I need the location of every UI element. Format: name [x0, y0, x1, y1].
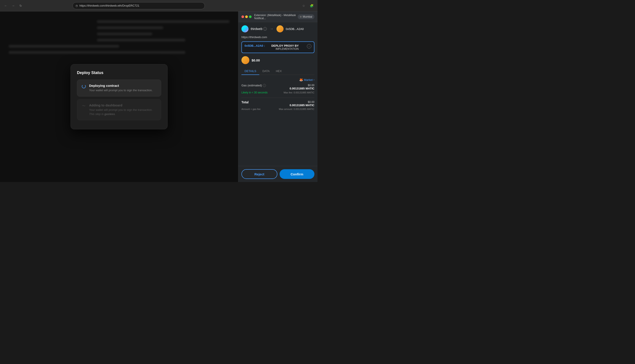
site-url: https://thirdweb.com — [241, 36, 314, 39]
tab-data[interactable]: DATA — [259, 68, 273, 75]
wallet-address: 0x5DB...A2A0 — [286, 27, 304, 31]
step-2-title: Adding to dashboard — [89, 103, 153, 107]
total-row: Total $0.00 0.00131885 MATIC — [241, 100, 314, 107]
browser-actions: ☆ 🧩 — [301, 3, 315, 9]
reject-button[interactable]: Reject — [241, 169, 277, 179]
main-area: Deploy Status Deploying contract Your wa… — [0, 12, 318, 182]
contract-right: DEPLOY PROXY BY IMPLEMENTATION — [271, 44, 299, 50]
likely-text: Likely in < 30 seconds — [241, 91, 267, 94]
modal-overlay: Deploy Status Deploying contract Your wa… — [0, 12, 238, 182]
site-name-row: thirdweb i — [251, 27, 267, 31]
gas-section: Gas (estimated) i $0.00 0.00131885 MATIC… — [241, 84, 314, 94]
divider — [241, 98, 314, 98]
step-2-content: Adding to dashboard Your wallet will pro… — [89, 103, 153, 116]
amount-gas-label: Amount + gas fee — [241, 108, 261, 110]
wallet-icon — [277, 25, 284, 32]
market-label: Market — [304, 78, 313, 82]
traffic-lights — [241, 16, 252, 18]
svg-point-0 — [76, 5, 78, 7]
network-name: Mumbai — [303, 15, 312, 18]
account-row: thirdweb i → 0x5DB...A2A0 — [241, 25, 314, 32]
browser-chrome: ← → ↻ https://thirdweb.com/thirdweb.eth/… — [0, 0, 318, 12]
tab-details[interactable]: DETAILS — [241, 68, 259, 75]
step-1-icon — [82, 84, 86, 88]
contract-box: 0x5DB...A2A0 : DEPLOY PROXY BY IMPLEMENT… — [241, 42, 314, 53]
amount-gas-row: Amount + gas fee Max amount: 0.00131885 … — [241, 108, 314, 110]
amount-display: $0.00 — [241, 56, 314, 64]
network-status-dot — [300, 16, 302, 18]
gas-values: $0.00 0.00131885 MATIC — [290, 84, 315, 90]
max-amount-text: Max amount: 0.00131885 MATIC — [279, 108, 314, 110]
address-bar[interactable]: https://thirdweb.com/thirdweb.eth/DropER… — [73, 2, 205, 9]
market-icon: 🦊 — [299, 78, 303, 82]
gas-row: Gas (estimated) i $0.00 0.00131885 MATIC — [241, 84, 314, 90]
confirm-button[interactable]: Confirm — [280, 169, 315, 179]
metamask-panel: Extension: (MetaMask) - MetaMask Notific… — [238, 12, 318, 182]
close-traffic-light[interactable] — [241, 16, 244, 18]
metamask-buttons: Reject Confirm — [238, 166, 318, 182]
network-badge[interactable]: Mumbai — [298, 14, 314, 19]
site-info-icon[interactable]: i — [263, 27, 267, 31]
wave-icon: 〜 — [82, 104, 86, 108]
deploy-step-1: Deploying contract Your wallet will prom… — [77, 80, 161, 96]
contract-info-button[interactable]: i — [307, 44, 311, 48]
amount-value: $0.00 — [252, 58, 260, 62]
step-1-title: Deploying contract — [89, 84, 153, 88]
refresh-button[interactable]: ↻ — [18, 3, 24, 9]
maximize-traffic-light[interactable] — [249, 16, 252, 18]
site-icon — [241, 25, 249, 32]
total-label: Total — [241, 100, 249, 104]
deploy-step-2: 〜 Adding to dashboard Your wallet will p… — [77, 99, 161, 120]
step-2-desc: Your wallet will prompt you to sign the … — [89, 108, 153, 112]
step-1-desc: Your wallet will prompt you to sign the … — [89, 88, 153, 92]
gas-label: Gas (estimated) i — [241, 84, 266, 87]
contract-sublabel: IMPLEMENTATION — [271, 47, 299, 50]
tab-hex[interactable]: HEX — [273, 68, 285, 75]
market-arrow-icon: › — [314, 78, 314, 81]
gas-matic: 0.00131885 MATIC — [290, 87, 315, 90]
arrow-icon: → — [270, 27, 273, 31]
gas-usd: $0.00 — [290, 84, 315, 87]
step-2-icon: 〜 — [82, 104, 86, 108]
back-button[interactable]: ← — [3, 3, 9, 9]
gas-info-icon[interactable]: i — [263, 84, 266, 87]
step-1-content: Deploying contract Your wallet will prom… — [89, 84, 153, 92]
metamask-header: Extension: (MetaMask) - MetaMask Notific… — [238, 12, 318, 22]
metamask-tabs: DETAILS DATA HEX — [241, 68, 314, 75]
bookmark-button[interactable]: ☆ — [301, 3, 307, 9]
contract-address: 0x5DB...A2A0 : — [245, 44, 265, 47]
market-row[interactable]: 🦊 Market › — [241, 78, 314, 82]
url-text: https://thirdweb.com/thirdweb.eth/DropER… — [79, 4, 139, 7]
total-matic: 0.00131885 MATIC — [290, 104, 315, 107]
max-fee-text: Max fee: 0.00131885 MATIC — [284, 91, 314, 94]
site-name: thirdweb — [251, 27, 262, 31]
step-2-gasless: This step is gasless. — [89, 112, 153, 116]
total-values: $0.00 0.00131885 MATIC — [290, 100, 315, 107]
modal-title: Deploy Status — [77, 70, 161, 75]
contract-label: DEPLOY PROXY BY — [271, 44, 299, 47]
amount-icon — [241, 56, 249, 64]
spinner — [82, 84, 86, 88]
deploy-modal: Deploy Status Deploying contract Your wa… — [71, 64, 168, 129]
total-usd: $0.00 — [290, 100, 315, 104]
contract-left: 0x5DB...A2A0 : — [245, 44, 265, 47]
extensions-button[interactable]: 🧩 — [309, 3, 315, 9]
browser-controls: ← → ↻ — [3, 3, 24, 9]
lock-icon — [76, 4, 78, 7]
minimize-traffic-light[interactable] — [245, 16, 248, 18]
metamask-title: Extension: (MetaMask) - MetaMask Notific… — [254, 14, 296, 20]
likely-row: Likely in < 30 seconds Max fee: 0.001318… — [241, 91, 314, 94]
forward-button[interactable]: → — [10, 3, 16, 9]
total-section: Total $0.00 0.00131885 MATIC Amount + ga… — [241, 100, 314, 110]
metamask-body: thirdweb i → 0x5DB...A2A0 https://thirdw… — [238, 22, 318, 166]
webpage-background: Deploy Status Deploying contract Your wa… — [0, 12, 238, 182]
